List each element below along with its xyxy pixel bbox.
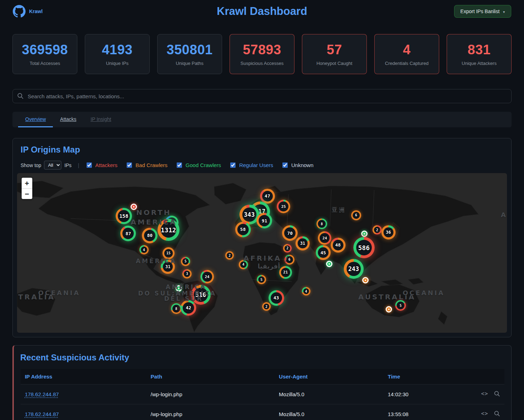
- map-cluster-marker[interactable]: 91: [257, 213, 272, 228]
- map-cluster-marker[interactable]: 5: [257, 275, 266, 284]
- filter-attackers[interactable]: Attackers: [85, 161, 118, 169]
- map-cluster-marker[interactable]: 70: [282, 225, 298, 241]
- filter-good-crawlers[interactable]: Good Crawlers: [175, 161, 221, 169]
- marker-inner: 2: [285, 245, 290, 251]
- marker-count: 1312: [161, 226, 176, 234]
- map-cluster-marker[interactable]: 24: [318, 231, 331, 245]
- marker-inner: 24: [320, 233, 330, 243]
- tab-ip-insight[interactable]: IP Insight: [83, 112, 118, 127]
- map-cluster-marker[interactable]: 3: [182, 269, 192, 278]
- filter-checkbox-bad-crawlers[interactable]: [127, 162, 132, 168]
- map-cluster-marker[interactable]: 2: [225, 251, 234, 260]
- map-cluster-marker[interactable]: 5: [181, 257, 190, 266]
- map-region-label: AMERICA: [131, 218, 177, 226]
- marker-inner: 2: [264, 304, 269, 309]
- map-region-label: OCEANIA: [403, 289, 445, 297]
- marker-count: 24: [205, 275, 209, 279]
- map-dot-marker[interactable]: [361, 231, 368, 237]
- brand-name: Krawl: [29, 9, 43, 14]
- map-cluster-marker[interactable]: 2: [373, 225, 382, 234]
- marker-inner: 158: [118, 210, 130, 222]
- marker-inner: 31: [298, 238, 308, 248]
- cell-time: 14:02:30: [384, 385, 471, 404]
- map-cluster-marker[interactable]: 48: [331, 238, 346, 253]
- filter-unknown[interactable]: Unknown: [281, 161, 314, 169]
- map-cluster-marker[interactable]: 36: [381, 225, 396, 239]
- map-cluster-marker[interactable]: 45: [316, 245, 331, 260]
- map-cluster-marker[interactable]: 80: [142, 228, 158, 243]
- map-cluster-marker[interactable]: 31: [296, 236, 310, 250]
- map-dot-marker[interactable]: [386, 306, 392, 313]
- map-cluster-marker[interactable]: 43: [269, 290, 284, 306]
- marker-inner: 8: [318, 220, 326, 228]
- view-payload-icon[interactable]: <>: [481, 410, 488, 417]
- search-bar: [12, 89, 512, 103]
- map-cluster-marker[interactable]: 24: [200, 270, 214, 283]
- map-cluster-marker[interactable]: 21: [279, 266, 292, 279]
- show-top-label: Show top: [21, 162, 41, 168]
- marker-count: 31: [300, 241, 305, 246]
- map-dot-marker[interactable]: [131, 204, 137, 210]
- map-cluster-marker[interactable]: 5: [395, 300, 406, 311]
- map-cluster-marker[interactable]: 87: [120, 226, 136, 241]
- marker-inner: 3: [184, 271, 190, 277]
- stat-value: 350801: [167, 42, 213, 57]
- marker-inner: 343: [242, 208, 257, 222]
- map-cluster-marker[interactable]: 42: [181, 300, 196, 316]
- marker-count: 586: [358, 244, 370, 252]
- zoom-in-button[interactable]: +: [22, 178, 32, 188]
- map-cluster-marker[interactable]: 4: [302, 287, 310, 295]
- marker-count: 36: [386, 230, 391, 235]
- stat-card-unique-ips: 4193Unique IPs: [85, 34, 150, 74]
- map-cluster-marker[interactable]: 47: [260, 189, 275, 204]
- filter-label: Attackers: [95, 162, 118, 168]
- map-cluster-marker[interactable]: 158: [116, 208, 132, 224]
- filter-regular-users[interactable]: Regular Users: [229, 161, 273, 169]
- map-cluster-marker[interactable]: 8: [316, 219, 327, 229]
- map-dot-marker[interactable]: [362, 277, 369, 283]
- view-payload-icon[interactable]: <>: [481, 391, 488, 397]
- tab-bar: OverviewAttacksIP Insight: [12, 112, 512, 127]
- map-dot-marker[interactable]: [326, 261, 332, 267]
- map-cluster-marker[interactable]: 586: [353, 237, 375, 258]
- marker-count: 42: [186, 305, 192, 310]
- recent-activity-panel: Recent Suspicious Activity IP Address Pa…: [12, 345, 512, 420]
- tab-attacks[interactable]: Attacks: [53, 112, 83, 127]
- stats-row: 369598Total Accesses4193Unique IPs350801…: [0, 23, 524, 74]
- filter-checkbox-attackers[interactable]: [87, 162, 92, 168]
- map-cluster-marker[interactable]: 243: [344, 259, 364, 279]
- marker-count: 5: [260, 278, 263, 282]
- filter-checkbox-good-crawlers[interactable]: [177, 162, 182, 168]
- marker-inner: 70: [284, 227, 296, 239]
- map-cluster-marker[interactable]: 58: [235, 222, 251, 237]
- inspect-ip-icon[interactable]: [494, 412, 500, 418]
- world-map[interactable]: + − NORTHAMERICAAMÉRICAAMÉRICADO SUL;AMÉ…: [17, 173, 507, 333]
- map-cluster-marker[interactable]: 25: [277, 200, 290, 213]
- export-banlist-button[interactable]: Export IPs Banlist ▾: [454, 5, 511, 18]
- search-input[interactable]: [12, 89, 512, 103]
- filter-bad-crawlers[interactable]: Bad Crawlers: [125, 161, 167, 169]
- show-top-select[interactable]: All: [44, 161, 61, 170]
- map-cluster-marker[interactable]: 4: [139, 245, 149, 254]
- marker-count: 2: [265, 305, 267, 309]
- marker-inner: 5: [258, 276, 265, 283]
- map-region-label: أفريقيا: [258, 262, 280, 270]
- ip-address-link[interactable]: 178.62.244.87: [25, 411, 59, 417]
- zoom-out-button[interactable]: −: [22, 188, 32, 199]
- marker-inner: 8: [172, 305, 180, 313]
- export-banlist-label: Export IPs Banlist: [460, 9, 500, 14]
- filter-checkbox-unknown[interactable]: [282, 162, 288, 168]
- marker-count: 158: [119, 213, 128, 219]
- brand: Krawl: [13, 5, 43, 18]
- filter-label: Bad Crawlers: [136, 162, 167, 168]
- ip-address-link[interactable]: 178.62.244.87: [25, 391, 59, 397]
- map-cluster-marker[interactable]: 2: [262, 302, 271, 311]
- col-header-actions: [471, 369, 505, 385]
- map-cluster-marker[interactable]: 6: [351, 210, 361, 220]
- tab-overview[interactable]: Overview: [18, 112, 53, 127]
- filter-checkbox-regular-users[interactable]: [230, 162, 236, 168]
- map-cluster-marker[interactable]: 8: [171, 303, 182, 314]
- map-cluster-marker[interactable]: 2: [283, 244, 292, 253]
- marker-count: 8: [321, 222, 323, 226]
- inspect-ip-icon[interactable]: [494, 392, 500, 398]
